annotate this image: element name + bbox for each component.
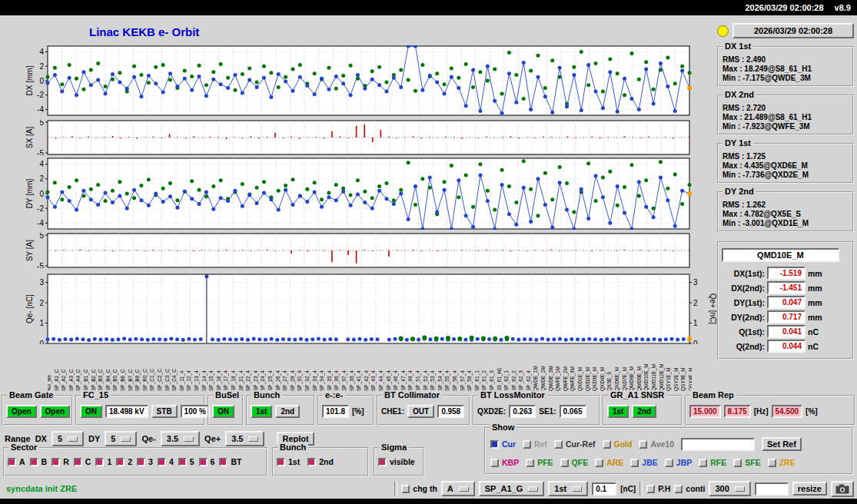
fc15-stb-button[interactable]: STB — [151, 405, 178, 418]
monitor-label: SP_28_4 — [289, 346, 296, 391]
sigma-visible-checkbox[interactable]: visible — [378, 457, 415, 466]
monitor-label: QWFE_2M — [562, 346, 569, 391]
monitor-label: SP_62_3 — [517, 346, 524, 391]
range-dy-select[interactable]: 5 — [105, 431, 137, 446]
svg-text:2: 2 — [39, 299, 44, 307]
resize-button[interactable]: resize — [792, 482, 827, 496]
show-are-checkbox[interactable]: ARE — [595, 458, 623, 467]
monitor-label: SP_53_4 — [429, 346, 436, 391]
monitor-label: SP_16_4 — [215, 346, 222, 391]
dropdown-indicator-icon — [735, 486, 745, 492]
monitor-label: SP_26_4 — [274, 346, 281, 391]
aux-input[interactable] — [755, 482, 789, 496]
monitor-label: SP_A2_C — [60, 346, 67, 391]
show-sfe-checkbox[interactable]: SFE — [733, 458, 760, 467]
separator — [639, 482, 643, 496]
ref-name-input[interactable] — [681, 438, 755, 451]
set-ref-button[interactable]: Set Ref — [762, 437, 802, 451]
show-pfe-checkbox[interactable]: PFE — [526, 458, 553, 467]
checkbox-indicator — [178, 458, 187, 466]
monitor-label: SP_32_4 — [304, 346, 311, 391]
busel-on-button[interactable]: ON — [212, 405, 234, 418]
monitor-label: SP_61_3 — [488, 346, 495, 391]
checkbox-indicator — [560, 459, 569, 467]
monitor-label: SP_23_4 — [252, 346, 259, 391]
sector-6-checkbox[interactable]: 6 — [199, 457, 215, 466]
monitor-label: QXD1E_M — [576, 346, 583, 391]
monitor-label: SP_B4_C — [105, 346, 111, 391]
stat-max-line: Max : 4.435@QXD6E_M — [722, 161, 849, 170]
threshold-input[interactable] — [592, 482, 616, 496]
snsr-1st-button[interactable]: 1st — [607, 405, 629, 418]
monitor-select[interactable]: SP_A1_G — [479, 481, 545, 496]
svg-text:-4: -4 — [37, 219, 44, 227]
beam-gate-open-button-1[interactable]: Open — [6, 405, 37, 418]
show-jbe-checkbox[interactable]: JBE — [630, 458, 657, 467]
monitor-label: SP_42_4 — [363, 346, 370, 391]
monitor-label: SP_58_4 — [466, 346, 473, 391]
sector-2-checkbox[interactable]: 2 — [116, 457, 132, 466]
monitor-label: SP_C2_C — [156, 346, 163, 391]
svg-text:5: 5 — [39, 120, 44, 127]
range-qep-select[interactable]: 3.5 — [225, 431, 264, 446]
beam-gate-open-button-2[interactable]: Open — [40, 405, 71, 418]
range-dy-label: DY — [88, 434, 100, 443]
status-message: syncdata init ZRE — [6, 484, 77, 493]
fc15-on-button[interactable]: ON — [80, 405, 102, 418]
show-ave10-checkbox[interactable]: Ave10 — [639, 439, 674, 449]
sector-1-checkbox[interactable]: 1 — [95, 457, 111, 466]
sector-c-checkbox[interactable]: C — [74, 457, 91, 466]
monitor-label: QMD10E_M — [643, 346, 649, 391]
sector-bt-checkbox[interactable]: BT — [219, 457, 241, 466]
snapshot-button[interactable] — [831, 481, 854, 497]
monitor-row-q-1st-: Q(1st):0.041nC — [722, 325, 849, 338]
chg-th-checkbox[interactable]: chg th — [401, 484, 437, 493]
stat-max-line: Max : 21.489@S8_61_H1 — [722, 113, 849, 121]
show-cur-checkbox[interactable]: Cur — [490, 439, 516, 449]
show-ref-checkbox[interactable]: Ref — [523, 439, 547, 449]
show-zre-checkbox[interactable]: ZRE — [768, 458, 796, 467]
range-dx-select[interactable]: 5 — [51, 431, 84, 446]
bunch-select[interactable]: 1st — [548, 481, 588, 496]
sector-4-checkbox[interactable]: 4 — [158, 457, 174, 466]
monitor-label: SP_17_4 — [222, 346, 229, 391]
show-jbp-checkbox[interactable]: JBP — [665, 458, 692, 467]
checkbox-indicator — [51, 458, 60, 466]
show-gold-checkbox[interactable]: Gold — [603, 439, 633, 449]
fc15-voltage-value: 18.498 kV — [105, 405, 148, 418]
points-select[interactable]: 300 — [709, 481, 750, 496]
range-qem-label: Qe- — [141, 434, 155, 443]
show-cur-ref-checkbox[interactable]: Cur-Ref — [554, 439, 596, 449]
sector-a-checkbox[interactable]: A — [8, 457, 25, 466]
show-qfe-checkbox[interactable]: QFE — [560, 458, 589, 467]
sector-b-checkbox[interactable]: B — [30, 457, 48, 466]
bunch-2nd-button[interactable]: 2nd — [275, 405, 300, 418]
che1-label: CHE1: — [381, 407, 404, 416]
show-rfe-checkbox[interactable]: RFE — [699, 458, 726, 467]
dy-plot-canvas: 420-2-4DY [mm] — [0, 158, 719, 230]
dropdown-indicator-icon — [248, 436, 258, 442]
sx-plot-canvas: 5-5SX [A] — [0, 120, 719, 155]
bunch-1st-checkbox[interactable]: 1st — [277, 457, 300, 466]
monitor-label: QSY2E_M — [673, 346, 679, 391]
fc15-group: FC_15 ON 18.498 kV STB 100 % — [75, 395, 205, 426]
bunch-2nd-checkbox[interactable]: 2nd — [307, 457, 334, 466]
sector-5-checkbox[interactable]: 5 — [178, 457, 194, 466]
monitor-label: QWDE_3M — [547, 346, 554, 391]
conti-checkbox[interactable]: conti — [674, 484, 705, 493]
bunch-1st-button[interactable]: 1st — [251, 405, 272, 418]
monitor-label: SP_B5_C — [111, 346, 118, 391]
che1-out-button[interactable]: OUT — [407, 405, 434, 418]
show-kbp-checkbox[interactable]: KBP — [490, 458, 519, 467]
energy-select[interactable]: A — [441, 481, 475, 496]
checkbox-indicator — [630, 459, 639, 467]
sector-r-checkbox[interactable]: R — [51, 457, 69, 466]
monitor-label: QSY3E_M — [679, 346, 686, 391]
range-qem-select[interactable]: 3.5 — [161, 431, 200, 446]
snsr-2nd-button[interactable]: 2nd — [632, 405, 656, 418]
ph-checkbox[interactable]: P.H — [646, 484, 670, 493]
monitor-label: SP_47_4 — [400, 346, 407, 391]
sector-3-checkbox[interactable]: 3 — [137, 457, 153, 466]
show-group: Show CurRefCur-RefGoldAve10 Set Ref KBPP… — [484, 427, 853, 475]
sx-steering-plot: 5-5SX [A] — [0, 120, 719, 155]
